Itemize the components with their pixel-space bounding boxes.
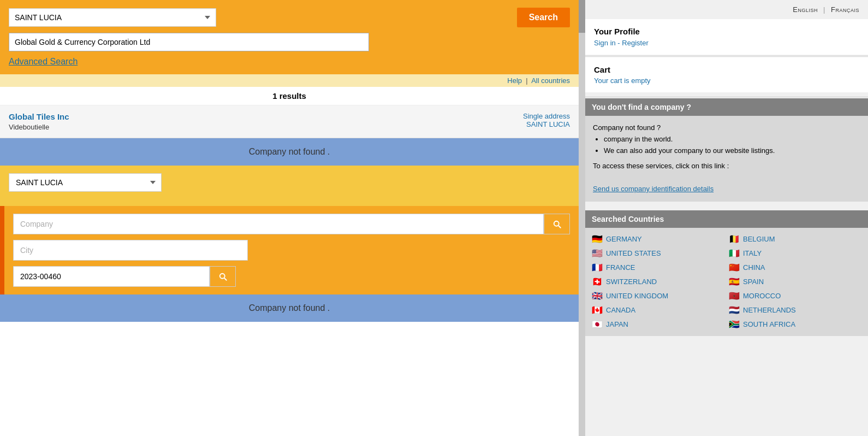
country-item-morocco[interactable]: 🇲🇦MOROCCO [729,290,861,302]
searched-countries-section: Searched Countries 🇩🇪GERMANY🇧🇪BELGIUM🇺🇸U… [585,210,868,336]
country-flag: 🇨🇦 [592,306,603,315]
id-search-icon-btn[interactable] [210,266,236,287]
country-name: JAPAN [606,320,628,328]
orange-side-bar [0,206,579,294]
profile-section: Your Profile Sign in - Register [585,19,868,55]
country-flag: 🇲🇦 [729,292,740,301]
city-input[interactable] [13,240,248,261]
lang-separator: | [823,5,825,14]
cart-section: Cart Your cart is empty [585,57,868,92]
company-search-icon-btn[interactable] [544,214,570,234]
orange-inner [4,206,579,294]
help-bar: Help | All countries [0,74,579,87]
result-country: SAINT LUCIA [523,120,570,128]
all-countries-link[interactable]: All countries [531,76,570,85]
country-name: MOROCCO [743,292,781,300]
search-text-input[interactable] [9,33,369,51]
country-name: SWITZERLAND [606,278,657,286]
country-flag: 🇯🇵 [592,320,603,329]
country-name: ITALY [743,249,762,257]
country-name: CHINA [743,263,765,272]
find-company-section: You don't find a company ? Company not f… [585,98,868,202]
company-input-row [13,214,570,234]
search-button[interactable]: Search [517,8,570,27]
country-name: SPAIN [743,278,764,286]
scrollbar[interactable] [579,0,585,436]
country-name: SOUTH AFRICA [743,320,795,328]
result-subtitle: Videboutielle [9,123,69,131]
country-item-switzerland[interactable]: 🇨🇭SWITZERLAND [592,276,724,288]
advanced-search-link[interactable]: Advanced Search [9,57,78,66]
country-flag: 🇪🇸 [729,278,740,286]
find-company-link[interactable]: Send us company identification details [593,185,714,193]
country-flag: 🇨🇳 [729,263,740,272]
searched-countries-header: Searched Countries [585,210,868,228]
id-input[interactable] [13,266,210,287]
find-company-bullet2: We can also add your company to our webs… [604,145,860,157]
country-item-south-africa[interactable]: 🇿🇦SOUTH AFRICA [729,319,861,331]
result-row: Global Tiles Inc Videboutielle Single ad… [0,105,579,138]
result-company-name[interactable]: Global Tiles Inc [9,112,69,121]
left-panel: SAINT LUCIA FRANCE GERMANY UNITED STATES… [0,0,579,436]
company-input[interactable] [13,214,544,234]
country-flag: 🇧🇪 [729,235,740,244]
scrollbar-thumb[interactable] [579,0,585,33]
find-company-text2: To access these services, click on this … [593,161,860,172]
find-company-bullet1: company in the world. [604,134,860,145]
country-name: NETHERLANDS [743,306,796,314]
country-item-belgium[interactable]: 🇧🇪BELGIUM [729,233,861,245]
lang-bar: English | Français [585,0,868,19]
country-name: UNITED STATES [606,249,661,257]
cart-status: Your cart is empty [594,76,859,85]
country-item-united-states[interactable]: 🇺🇸UNITED STATES [592,248,724,260]
search-icon [552,219,562,229]
adv-country-select[interactable]: SAINT LUCIA FRANCE GERMANY [9,173,162,192]
country-item-spain[interactable]: 🇪🇸SPAIN [729,276,861,288]
country-name: CANADA [606,306,635,314]
id-input-row [13,266,570,287]
country-flag: 🇿🇦 [729,320,740,329]
adv-search-area: SAINT LUCIA FRANCE GERMANY [0,166,579,206]
country-flag: 🇺🇸 [592,249,603,258]
country-item-canada[interactable]: 🇨🇦CANADA [592,304,724,316]
country-flag: 🇬🇧 [592,292,603,301]
divider-1 [585,56,868,56]
country-item-france[interactable]: 🇫🇷FRANCE [592,262,724,274]
not-found-banner-2: Company not found . [0,294,579,322]
profile-signin-link[interactable]: Sign in - Register [594,39,649,47]
country-flag: 🇮🇹 [729,249,740,258]
country-item-italy[interactable]: 🇮🇹ITALY [729,248,861,260]
help-link[interactable]: Help [507,76,522,85]
country-flag: 🇨🇭 [592,278,603,286]
id-search-icon [218,272,228,281]
country-name: FRANCE [606,263,635,272]
country-item-china[interactable]: 🇨🇳CHINA [729,262,861,274]
not-found-banner-1: Company not found . [0,138,579,166]
divider-2 [585,97,868,97]
right-panel: English | Français Your Profile Sign in … [585,0,868,436]
search-header: SAINT LUCIA FRANCE GERMANY UNITED STATES… [0,0,579,74]
country-name: GERMANY [606,235,642,243]
country-select[interactable]: SAINT LUCIA FRANCE GERMANY UNITED STATES [9,8,216,27]
cart-title: Cart [594,65,859,74]
find-company-text1: Company not found ? [593,122,860,134]
lang-english[interactable]: English [793,5,818,14]
result-address-type: Single address [523,112,570,120]
find-company-header: You don't find a company ? [585,98,868,116]
lang-francais[interactable]: Français [831,5,859,14]
country-name: UNITED KINGDOM [606,292,668,300]
profile-title: Your Profile [594,27,859,36]
country-item-netherlands[interactable]: 🇳🇱NETHERLANDS [729,304,861,316]
country-name: BELGIUM [743,235,775,243]
country-flag: 🇳🇱 [729,306,740,315]
country-flag: 🇩🇪 [592,235,603,244]
country-item-japan[interactable]: 🇯🇵JAPAN [592,319,724,331]
results-count: 1 results [0,87,579,105]
countries-grid: 🇩🇪GERMANY🇧🇪BELGIUM🇺🇸UNITED STATES🇮🇹ITALY… [585,228,868,336]
find-company-body: Company not found ? company in the world… [585,116,868,202]
country-item-united-kingdom[interactable]: 🇬🇧UNITED KINGDOM [592,290,724,302]
spacer [585,206,868,210]
country-item-germany[interactable]: 🇩🇪GERMANY [592,233,724,245]
country-flag: 🇫🇷 [592,263,603,272]
